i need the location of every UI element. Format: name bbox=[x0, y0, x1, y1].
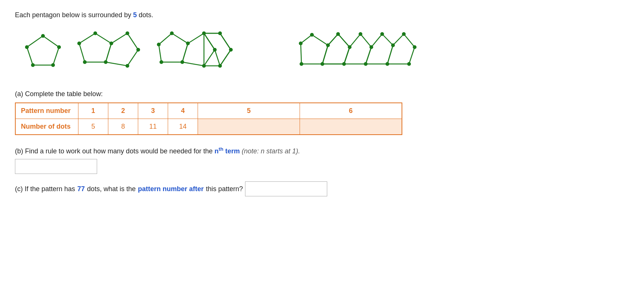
table-cell-5-input-container[interactable] bbox=[198, 119, 300, 135]
svg-marker-18 bbox=[204, 33, 231, 66]
pentagon-2 bbox=[78, 30, 144, 75]
svg-marker-0 bbox=[27, 36, 59, 65]
svg-point-23 bbox=[160, 60, 163, 64]
svg-point-4 bbox=[31, 63, 35, 67]
svg-marker-36 bbox=[387, 34, 415, 64]
pattern-table: Pattern number 1 2 3 4 5 6 Number of dot… bbox=[15, 102, 402, 135]
table-cell-1: 5 bbox=[78, 119, 108, 135]
svg-marker-17 bbox=[182, 33, 215, 66]
svg-marker-6 bbox=[79, 33, 111, 62]
part-b-note: (note: n starts at 1). bbox=[242, 147, 300, 155]
pentagon-3 bbox=[159, 30, 248, 75]
pentagons-row bbox=[22, 27, 629, 79]
svg-point-21 bbox=[186, 42, 190, 45]
table-cell-6-input[interactable] bbox=[307, 123, 394, 131]
svg-point-29 bbox=[229, 48, 233, 52]
part-c-text1: (c) If the pattern has bbox=[15, 185, 75, 193]
svg-marker-19 bbox=[204, 33, 231, 66]
svg-point-37 bbox=[310, 33, 314, 37]
svg-point-39 bbox=[321, 62, 324, 66]
svg-point-8 bbox=[93, 31, 97, 35]
table-header-label: Pattern number bbox=[15, 103, 78, 119]
nth-label: nth term bbox=[214, 147, 240, 155]
svg-point-14 bbox=[136, 48, 140, 52]
intro-after: dots. bbox=[137, 11, 153, 19]
part-b-answer-box[interactable] bbox=[15, 159, 97, 174]
svg-point-53 bbox=[407, 62, 411, 66]
svg-point-47 bbox=[364, 62, 368, 66]
table-header-5: 5 bbox=[198, 103, 300, 119]
svg-point-38 bbox=[326, 43, 330, 47]
svg-point-49 bbox=[391, 43, 395, 47]
table-row-label: Number of dots bbox=[15, 119, 78, 135]
part-c-text3: this pattern? bbox=[206, 185, 243, 193]
part-b-label: (b) Find a rule to work out how many dot… bbox=[15, 147, 214, 155]
part-c: (c) If the pattern has 77 dots, what is … bbox=[15, 181, 629, 196]
table-cell-6-input-container[interactable] bbox=[300, 119, 402, 135]
table-header-2: 2 bbox=[108, 103, 138, 119]
svg-point-10 bbox=[104, 60, 108, 64]
svg-point-12 bbox=[77, 42, 81, 45]
svg-point-25 bbox=[202, 31, 206, 35]
part-b: (b) Find a rule to work out how many dot… bbox=[15, 146, 629, 174]
pentagon-1 bbox=[22, 32, 64, 73]
svg-point-5 bbox=[25, 45, 29, 49]
part-b-text: (b) Find a rule to work out how many dot… bbox=[15, 146, 629, 155]
svg-point-9 bbox=[109, 42, 113, 45]
table-header-1: 1 bbox=[78, 103, 108, 119]
intro-highlight: 5 bbox=[133, 11, 137, 19]
svg-point-45 bbox=[359, 32, 362, 36]
svg-point-2 bbox=[57, 45, 61, 49]
part-c-highlight-label: pattern number after bbox=[138, 185, 204, 193]
svg-point-51 bbox=[402, 32, 406, 36]
svg-point-27 bbox=[202, 64, 206, 68]
part-c-highlight-num: 77 bbox=[77, 185, 85, 193]
svg-point-20 bbox=[170, 31, 174, 35]
table-cell-3: 11 bbox=[138, 119, 168, 135]
svg-point-52 bbox=[413, 45, 417, 49]
svg-point-15 bbox=[126, 64, 129, 68]
table-header-3: 3 bbox=[138, 103, 168, 119]
table-cell-4: 14 bbox=[168, 119, 198, 135]
svg-point-28 bbox=[218, 31, 222, 35]
svg-point-30 bbox=[218, 64, 222, 68]
svg-point-22 bbox=[180, 60, 184, 64]
part-b-input[interactable] bbox=[15, 159, 97, 174]
svg-marker-7 bbox=[106, 33, 138, 66]
part-c-input[interactable] bbox=[245, 182, 327, 196]
part-c-answer-box[interactable] bbox=[245, 181, 327, 196]
svg-point-46 bbox=[369, 45, 373, 49]
svg-point-26 bbox=[213, 48, 217, 52]
svg-point-1 bbox=[41, 34, 45, 38]
svg-point-3 bbox=[51, 63, 55, 67]
svg-point-13 bbox=[126, 31, 129, 35]
svg-point-11 bbox=[83, 60, 87, 64]
pentagon-4 bbox=[301, 27, 435, 79]
svg-point-48 bbox=[380, 32, 384, 36]
svg-point-40 bbox=[300, 62, 303, 66]
intro-text: Each pentagon below is surrounded by 5 d… bbox=[15, 11, 629, 19]
table-header-4: 4 bbox=[168, 103, 198, 119]
svg-point-43 bbox=[348, 45, 352, 49]
svg-point-41 bbox=[299, 42, 303, 45]
svg-point-50 bbox=[386, 62, 389, 66]
th-superscript: th bbox=[219, 146, 223, 152]
part-a-label: (a) Complete the table below: bbox=[15, 90, 629, 98]
part-c-text2: dots, what is the bbox=[87, 185, 136, 193]
table-cell-5-input[interactable] bbox=[205, 123, 292, 131]
intro-before: Each pentagon below is surrounded by bbox=[15, 11, 133, 19]
svg-point-44 bbox=[342, 62, 346, 66]
svg-point-24 bbox=[157, 43, 161, 46]
svg-point-42 bbox=[336, 32, 340, 36]
table-header-6: 6 bbox=[300, 103, 402, 119]
table-cell-2: 8 bbox=[108, 119, 138, 135]
